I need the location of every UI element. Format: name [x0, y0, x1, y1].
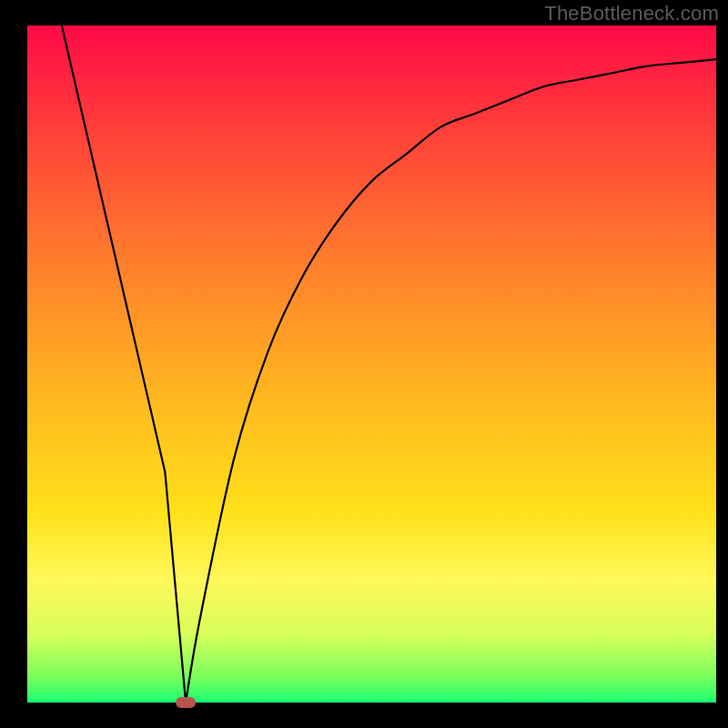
current-config-marker: [176, 697, 196, 708]
bottleneck-chart: [0, 0, 728, 728]
gradient-background: [27, 25, 716, 703]
chart-container: TheBottleneck.com: [0, 0, 728, 728]
watermark-text: TheBottleneck.com: [544, 2, 719, 25]
